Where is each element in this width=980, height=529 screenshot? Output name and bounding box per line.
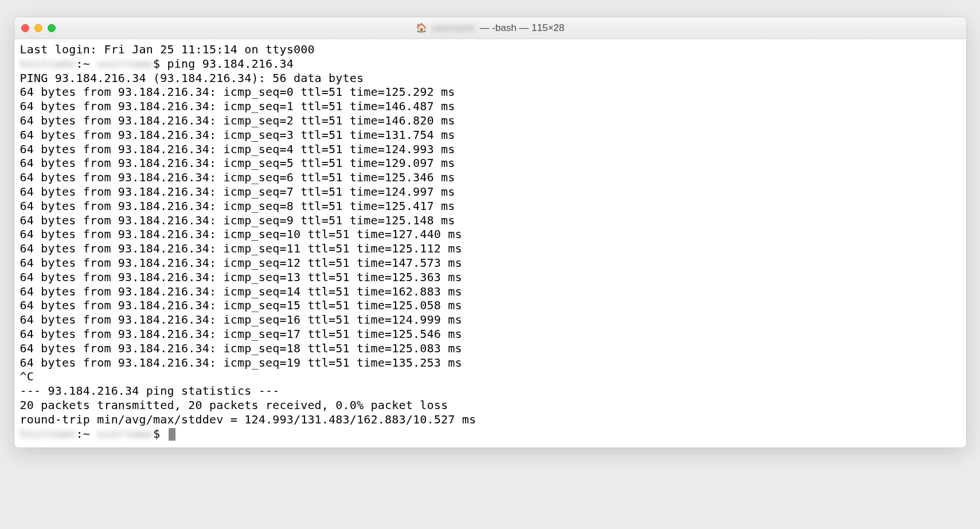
maximize-button[interactable] — [48, 24, 56, 32]
command-text: ping 93.184.216.34 — [167, 57, 294, 71]
prompt-line-2: hostname:~ username$ — [20, 427, 961, 441]
title-shell-info: — -bash — 115×28 — [479, 22, 564, 34]
prompt-mid: :~ — [76, 57, 97, 71]
ping-header-line: PING 93.184.216.34 (93.184.216.34): 56 d… — [20, 71, 961, 85]
ping-reply-line: 64 bytes from 93.184.216.34: icmp_seq=10… — [20, 227, 961, 242]
ping-replies: 64 bytes from 93.184.216.34: icmp_seq=0 … — [20, 85, 961, 369]
ping-reply-line: 64 bytes from 93.184.216.34: icmp_seq=1 … — [20, 99, 961, 114]
traffic-lights — [21, 24, 56, 32]
home-icon: 🏠 — [416, 22, 427, 33]
ping-reply-line: 64 bytes from 93.184.216.34: icmp_seq=9 … — [20, 213, 961, 228]
ping-reply-line: 64 bytes from 93.184.216.34: icmp_seq=6 … — [20, 170, 961, 185]
prompt-suffix: $ — [153, 57, 167, 71]
stats-header-line: --- 93.184.216.34 ping statistics --- — [20, 384, 961, 398]
prompt-user-redacted: username — [97, 427, 153, 441]
ping-reply-line: 64 bytes from 93.184.216.34: icmp_seq=11… — [20, 242, 961, 256]
ping-reply-line: 64 bytes from 93.184.216.34: icmp_seq=8 … — [20, 199, 961, 213]
ping-reply-line: 64 bytes from 93.184.216.34: icmp_seq=12… — [20, 256, 961, 270]
ping-reply-line: 64 bytes from 93.184.216.34: icmp_seq=16… — [20, 313, 961, 327]
last-login-line: Last login: Fri Jan 25 11:15:14 on ttys0… — [20, 42, 961, 57]
ping-reply-line: 64 bytes from 93.184.216.34: icmp_seq=18… — [20, 341, 961, 356]
ctrl-c-line: ^C — [20, 369, 961, 384]
prompt-user-redacted: username — [97, 57, 153, 71]
terminal-window: 🏠 username — -bash — 115×28 Last login: … — [14, 17, 966, 448]
close-button[interactable] — [21, 24, 29, 32]
cursor — [169, 428, 175, 441]
ping-reply-line: 64 bytes from 93.184.216.34: icmp_seq=7 … — [20, 185, 961, 199]
ping-reply-line: 64 bytes from 93.184.216.34: icmp_seq=15… — [20, 298, 961, 313]
terminal-output[interactable]: Last login: Fri Jan 25 11:15:14 on ttys0… — [14, 39, 966, 448]
prompt-hostname-redacted: hostname — [20, 427, 76, 441]
title-user-redacted: username — [432, 22, 475, 34]
minimize-button[interactable] — [34, 24, 42, 32]
window-title: 🏠 username — -bash — 115×28 — [416, 22, 565, 34]
ping-reply-line: 64 bytes from 93.184.216.34: icmp_seq=13… — [20, 270, 961, 285]
ping-reply-line: 64 bytes from 93.184.216.34: icmp_seq=3 … — [20, 128, 961, 142]
stats-rtt-line: round-trip min/avg/max/stddev = 124.993/… — [20, 413, 961, 427]
prompt-mid: :~ — [76, 427, 97, 441]
prompt-hostname-redacted: hostname — [20, 57, 76, 71]
ping-reply-line: 64 bytes from 93.184.216.34: icmp_seq=0 … — [20, 85, 961, 99]
prompt-line-1: hostname:~ username$ ping 93.184.216.34 — [20, 57, 961, 71]
ping-reply-line: 64 bytes from 93.184.216.34: icmp_seq=5 … — [20, 156, 961, 170]
window-titlebar[interactable]: 🏠 username — -bash — 115×28 — [14, 17, 966, 39]
ping-reply-line: 64 bytes from 93.184.216.34: icmp_seq=2 … — [20, 114, 961, 128]
ping-reply-line: 64 bytes from 93.184.216.34: icmp_seq=19… — [20, 356, 961, 370]
ping-reply-line: 64 bytes from 93.184.216.34: icmp_seq=17… — [20, 327, 961, 341]
ping-reply-line: 64 bytes from 93.184.216.34: icmp_seq=4 … — [20, 142, 961, 157]
prompt-suffix: $ — [153, 427, 167, 441]
stats-packets-line: 20 packets transmitted, 20 packets recei… — [20, 398, 961, 413]
ping-reply-line: 64 bytes from 93.184.216.34: icmp_seq=14… — [20, 285, 961, 299]
